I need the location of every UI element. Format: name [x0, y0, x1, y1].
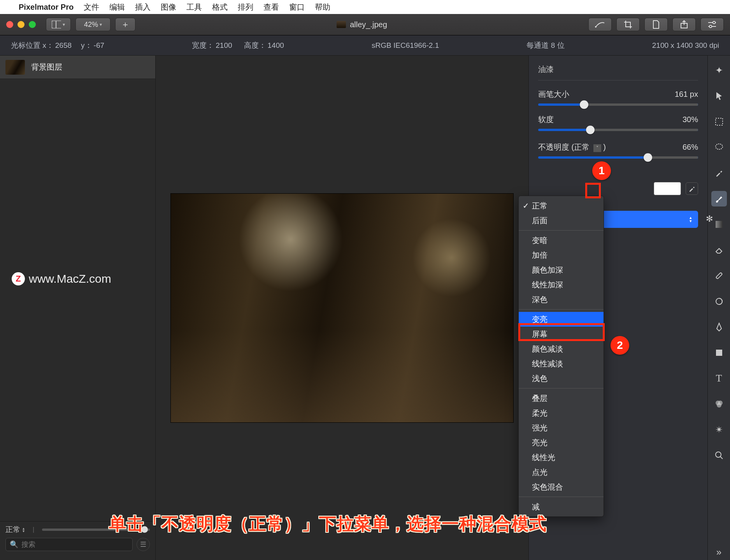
layer-blend-label: 正常 — [5, 525, 20, 535]
blend-mode-menu[interactable]: 正常 后面 变暗 加倍 颜色加深 线性加深 深色 变亮 屏幕 颜色减淡 线性减淡… — [518, 196, 604, 517]
blend-item-overlay[interactable]: 叠层 — [519, 391, 604, 406]
blend-item-multiply[interactable]: 加倍 — [519, 248, 604, 262]
slider-knob-icon[interactable] — [586, 126, 595, 134]
blend-item-linearlight[interactable]: 线性光 — [519, 450, 604, 465]
svg-point-17 — [716, 452, 721, 457]
style-tool[interactable]: ✦ — [711, 63, 727, 78]
more-tools[interactable]: » — [711, 544, 727, 560]
layer-name: 背景图层 — [31, 62, 62, 72]
menu-edit[interactable]: 编辑 — [109, 2, 125, 12]
blend-item-subtract[interactable]: 减 — [519, 499, 604, 514]
menu-format[interactable]: 格式 — [212, 2, 228, 12]
layer-row[interactable]: 背景图层 — [0, 56, 155, 79]
svg-point-9 — [716, 144, 723, 149]
color-swatch[interactable] — [654, 182, 681, 195]
blend-item-linearburn[interactable]: 线性加深 — [519, 277, 604, 292]
panel-title: 油漆 — [538, 64, 698, 75]
blend-item-hardlight[interactable]: 强光 — [519, 420, 604, 435]
brush-tool-button[interactable] — [588, 18, 612, 31]
menu-tools[interactable]: 工具 — [186, 2, 202, 12]
blend-item-colordodge[interactable]: 颜色减淡 — [519, 341, 604, 356]
blend-item-colorburn[interactable]: 颜色加深 — [519, 262, 604, 277]
document-tool-button[interactable] — [644, 18, 668, 31]
cursor-x: 2658 — [55, 41, 72, 50]
gradient-tool[interactable] — [711, 217, 727, 232]
zoom-tool[interactable] — [711, 448, 727, 463]
blend-item-darken[interactable]: 变暗 — [519, 233, 604, 248]
zoom-button[interactable]: 42% ▾ — [75, 18, 111, 31]
layer-blend-select[interactable]: 正常 ▴▾ — [5, 525, 29, 535]
blend-item-darkercolor[interactable]: 深色 — [519, 292, 604, 307]
repair-tool[interactable] — [711, 268, 727, 284]
opacity-blendmode-dropdown[interactable]: ˅ — [593, 144, 601, 152]
slider-knob-icon[interactable] — [580, 100, 588, 109]
magnifier-icon — [715, 451, 723, 460]
paint-tool[interactable] — [711, 191, 727, 206]
brush-size-value: 161 px — [675, 90, 698, 99]
marquee-icon — [715, 117, 723, 126]
marquee-tool[interactable] — [711, 114, 727, 130]
app-name[interactable]: Pixelmator Pro — [19, 3, 74, 12]
gradient-icon — [715, 220, 723, 229]
slider-knob-icon[interactable] — [644, 153, 652, 162]
opacity-row: 不透明度 (正常 ˅ ) 66% — [538, 142, 698, 152]
text-tool[interactable]: T — [711, 371, 727, 386]
effects-tool[interactable]: ✴ — [711, 422, 727, 438]
crop-tool-button[interactable] — [616, 18, 640, 31]
add-button[interactable]: ＋ — [115, 18, 135, 31]
blend-item-softlight[interactable]: 柔光 — [519, 406, 604, 420]
colorspace: sRGB IEC61966-2.1 — [372, 41, 439, 50]
minimize-window-icon[interactable] — [18, 21, 25, 28]
opacity-slider[interactable] — [538, 156, 698, 159]
blend-item-pinlight[interactable]: 点光 — [519, 465, 604, 480]
blend-item-vividlight[interactable]: 亮光 — [519, 435, 604, 450]
document-name: alley_.jpeg — [350, 20, 387, 29]
canvas-area[interactable] — [156, 56, 528, 560]
sidebar-toggle-button[interactable]: ▾ — [46, 18, 71, 31]
share-button[interactable] — [672, 18, 696, 31]
width-label: 宽度： — [192, 40, 214, 51]
menu-view[interactable]: 查看 — [263, 2, 279, 12]
bit-depth: 每通道 8 位 — [526, 40, 564, 51]
softness-slider[interactable] — [538, 129, 698, 131]
menu-help[interactable]: 帮助 — [315, 2, 330, 12]
settings-button[interactable] — [700, 18, 724, 31]
menu-image[interactable]: 图像 — [161, 2, 176, 12]
pen-icon — [715, 322, 723, 332]
blend-item-normal[interactable]: 正常 — [519, 198, 604, 213]
eyedropper-tool[interactable] — [711, 165, 727, 181]
blend-item-behind[interactable]: 后面 — [519, 213, 604, 228]
color-adjust-tool[interactable] — [711, 396, 727, 412]
menu-window[interactable]: 窗口 — [289, 2, 305, 12]
erase-tool[interactable] — [711, 242, 727, 258]
menu-arrange[interactable]: 排列 — [238, 2, 253, 12]
close-window-icon[interactable] — [6, 21, 13, 28]
shape-tool[interactable] — [711, 345, 727, 360]
share-icon — [680, 20, 688, 29]
blend-item-hardmix[interactable]: 实色混合 — [519, 480, 604, 494]
color-row — [538, 182, 698, 195]
filter-button[interactable]: ☰ — [137, 538, 150, 551]
search-input[interactable]: 🔍 搜索 — [5, 538, 133, 551]
brush-size-slider[interactable] — [538, 103, 698, 106]
svg-point-16 — [717, 403, 721, 408]
blend-item-lineardodge[interactable]: 线性减淡 — [519, 356, 604, 371]
sparkle-icon: ✴ — [715, 424, 723, 435]
pen-tool[interactable] — [711, 319, 727, 335]
lasso-tool[interactable] — [711, 140, 727, 155]
svg-point-2 — [595, 26, 597, 28]
warp-tool[interactable] — [711, 294, 727, 309]
menu-file[interactable]: 文件 — [84, 2, 99, 12]
fullscreen-window-icon[interactable] — [29, 21, 36, 28]
menu-insert[interactable]: 插入 — [135, 2, 151, 12]
instruction-text: 单击「不透明度（正常）」下拉菜单，选择一种混合模式 — [109, 513, 547, 536]
arrow-tool[interactable] — [711, 88, 727, 104]
canvas-image — [171, 194, 513, 422]
cursor-y: -67 — [94, 41, 104, 50]
window-controls — [6, 21, 36, 28]
dimensions: 2100 x 1400 300 dpi — [652, 41, 719, 50]
gear-icon[interactable]: ✻ — [706, 214, 713, 224]
blend-item-lightercolor[interactable]: 浅色 — [519, 371, 604, 386]
eyedropper-button[interactable] — [686, 182, 698, 195]
sidebar-icon — [52, 21, 61, 28]
